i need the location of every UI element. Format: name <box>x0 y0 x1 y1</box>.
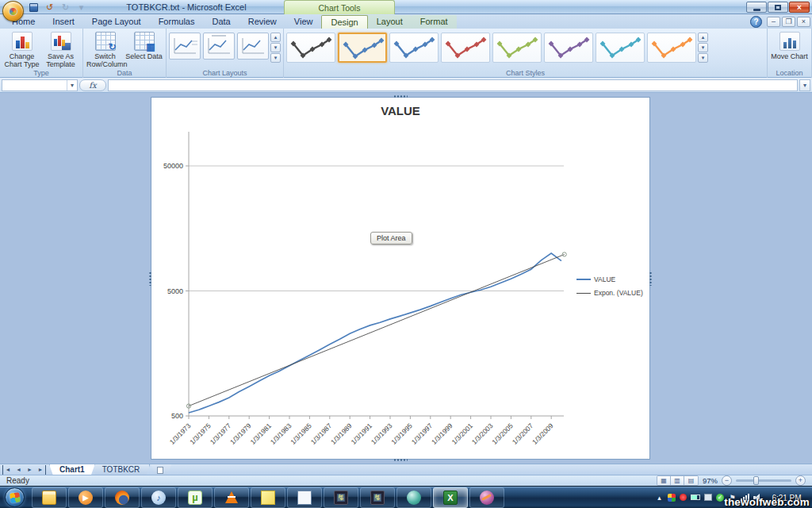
taskbar-web-globe-button[interactable] <box>396 487 431 508</box>
chart-style-7[interactable] <box>596 33 645 63</box>
sheet-tab-bar: ◄ ◄ ► ► Chart1TOTBKCR <box>0 464 812 475</box>
zoom-slider[interactable] <box>736 479 791 482</box>
zoom-level[interactable]: 97% <box>703 476 718 485</box>
tab-layout[interactable]: Layout <box>368 15 412 29</box>
legend-item[interactable]: VALUE <box>576 275 643 283</box>
chart-style-8[interactable] <box>647 33 696 63</box>
tray-battery-icon[interactable] <box>691 495 700 500</box>
customize-qat-button[interactable]: ▾ <box>75 2 88 13</box>
formula-input[interactable] <box>108 79 798 91</box>
tab-insert[interactable]: Insert <box>44 15 83 29</box>
chart-title[interactable]: VALUE <box>151 104 649 117</box>
chart-style-2[interactable] <box>338 33 387 63</box>
redo-button[interactable]: ↻ <box>59 2 72 13</box>
taskbar-remote-desktop-1-button[interactable]: ↯ <box>324 487 358 508</box>
zoom-in-button[interactable]: + <box>795 475 806 486</box>
tab-design[interactable]: Design <box>321 15 367 29</box>
selection-handle-right[interactable] <box>649 271 653 286</box>
chart-legend[interactable]: VALUEExpon. (VALUE) <box>576 275 643 297</box>
workbook-minimize-button[interactable]: – <box>767 17 780 27</box>
chart-layout-3[interactable] <box>237 33 269 60</box>
legend-swatch <box>576 293 591 294</box>
sheet-tab-totbkcr[interactable]: TOTBKCR <box>92 464 151 475</box>
taskbar-graphics-tool-button[interactable] <box>469 487 504 508</box>
zoom-out-button[interactable]: − <box>722 475 732 486</box>
ribbon-group-chart-layouts: ▴ ▾ ▾ Chart Layouts <box>167 29 284 78</box>
chart-style-3[interactable] <box>389 33 439 63</box>
page-break-view-button[interactable]: ▤ <box>684 476 698 485</box>
insert-function-button[interactable]: fx <box>79 79 106 91</box>
selection-handle-left[interactable] <box>148 271 152 286</box>
chart-layout-2[interactable] <box>203 33 235 60</box>
watermark: thewolfweb.com <box>724 496 810 508</box>
insert-worksheet-tab[interactable] <box>151 464 171 475</box>
select-data-button[interactable]: ▦ Select Data <box>125 30 163 60</box>
taskbar: ▶♪µ↯↯X ▴✓⚑ 6:21 PM thewolfweb.com <box>0 486 812 508</box>
save-as-template-button[interactable]: Save As Template <box>42 30 79 68</box>
tray-alert-icon[interactable] <box>680 494 687 501</box>
workbook-close-button[interactable]: × <box>797 17 810 27</box>
chart-style-4[interactable] <box>441 33 490 63</box>
taskbar-media-player-button[interactable]: ▶ <box>68 487 103 508</box>
sheet-tab-chart1[interactable]: Chart1 <box>49 464 95 475</box>
taskbar-app-window-button[interactable] <box>287 487 322 508</box>
name-box[interactable]: ▾ <box>2 79 78 91</box>
tab-formulas[interactable]: Formulas <box>150 15 204 29</box>
styles-more-button[interactable]: ▾ <box>698 53 708 63</box>
workbook-restore-button[interactable]: ❒ <box>782 17 795 27</box>
expand-formula-bar-button[interactable]: ▾ <box>799 79 810 91</box>
name-box-dropdown-icon[interactable]: ▾ <box>67 80 77 90</box>
chart-style-5[interactable] <box>492 33 542 63</box>
taskbar-itunes-button[interactable]: ♪ <box>141 487 176 508</box>
taskbar-sticky-notes-button[interactable] <box>251 487 285 508</box>
next-sheet-button[interactable]: ► <box>25 465 35 475</box>
chart-object[interactable]: 5005000500001/3/19731/3/19751/3/19771/3/… <box>151 97 650 460</box>
chart-style-1[interactable] <box>286 33 335 63</box>
help-button[interactable]: ? <box>750 16 762 28</box>
tray-sync-ok-icon[interactable]: ✓ <box>716 494 724 502</box>
svg-text:1/3/1991: 1/3/1991 <box>350 421 374 446</box>
normal-view-button[interactable]: ▦ <box>657 476 671 485</box>
layouts-scroll-down-button[interactable]: ▾ <box>270 43 281 52</box>
selection-handle-top[interactable] <box>393 94 408 98</box>
page-layout-view-button[interactable]: ▥ <box>671 476 684 485</box>
layouts-scroll-up-button[interactable]: ▴ <box>270 33 281 42</box>
taskbar-explorer-button[interactable] <box>32 487 67 508</box>
last-sheet-button[interactable]: ► <box>36 465 46 475</box>
zoom-slider-thumb[interactable] <box>753 476 759 485</box>
save-button[interactable] <box>27 2 40 13</box>
chart-style-6[interactable] <box>544 33 593 63</box>
tab-data[interactable]: Data <box>203 15 239 29</box>
undo-button[interactable]: ↺ <box>43 2 56 13</box>
move-chart-button[interactable]: Move Chart <box>771 30 808 60</box>
styles-scroll-down-button[interactable]: ▾ <box>698 43 708 52</box>
first-sheet-button[interactable]: ◄ <box>2 465 13 475</box>
svg-text:1/3/2003: 1/3/2003 <box>470 421 495 446</box>
tab-format[interactable]: Format <box>412 15 457 29</box>
tray-input-indicator-icon[interactable] <box>704 494 712 501</box>
taskbar-remote-desktop-2-button[interactable]: ↯ <box>360 487 395 508</box>
tab-view[interactable]: View <box>285 15 322 29</box>
change-chart-type-button[interactable]: Change Chart Type <box>3 30 40 68</box>
legend-item[interactable]: Expon. (VALUE) <box>576 289 643 297</box>
select-data-icon: ▦ <box>134 32 155 51</box>
taskbar-vlc-button[interactable] <box>214 487 249 508</box>
taskbar-utorrent-button[interactable]: µ <box>178 487 213 508</box>
prev-sheet-button[interactable]: ◄ <box>13 465 24 475</box>
tray-shield-icon[interactable] <box>668 494 676 502</box>
start-button[interactable] <box>5 487 25 507</box>
tab-page-layout[interactable]: Page Layout <box>83 15 150 29</box>
chart-layout-1[interactable] <box>169 33 201 60</box>
layouts-more-button[interactable]: ▾ <box>270 53 281 63</box>
close-button[interactable]: × <box>789 2 810 13</box>
office-button[interactable] <box>2 1 24 21</box>
styles-scroll-up-button[interactable]: ▴ <box>698 33 708 42</box>
tab-review[interactable]: Review <box>239 15 285 29</box>
minimize-button[interactable] <box>746 2 767 13</box>
tray-hidden-icons-icon[interactable]: ▴ <box>655 493 664 502</box>
taskbar-excel-button[interactable]: X <box>433 487 468 508</box>
switch-row-column-button[interactable]: ↻ Switch Row/Column <box>86 30 124 68</box>
taskbar-firefox-button[interactable] <box>105 487 140 508</box>
restore-button[interactable] <box>768 2 788 13</box>
selection-handle-bottom[interactable] <box>393 458 408 462</box>
